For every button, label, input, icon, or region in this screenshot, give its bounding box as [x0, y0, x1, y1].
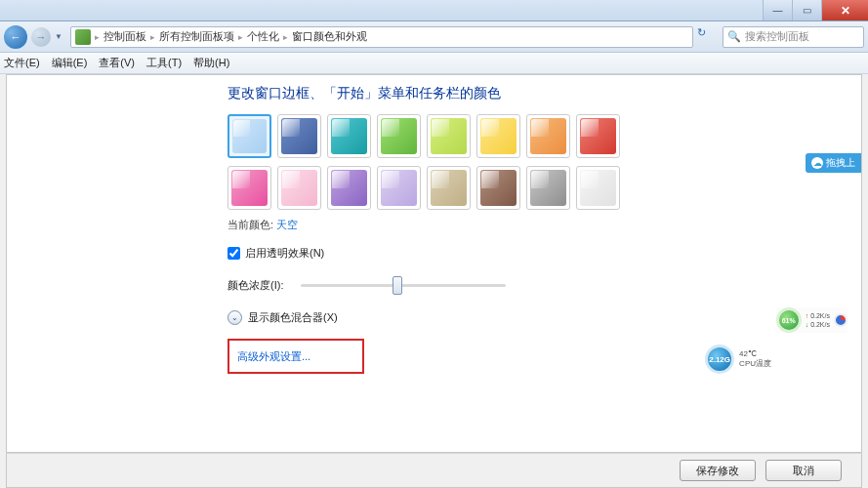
color-swatch-sea[interactable]: [327, 114, 371, 158]
color-swatch-row-1: [227, 114, 861, 158]
arrow-up-icon: ↑: [806, 312, 809, 319]
net-pie-icon: [834, 313, 847, 327]
arrow-down-icon: ↓: [806, 321, 809, 328]
menu-tools[interactable]: 工具(T): [146, 56, 182, 70]
current-color-label: 当前颜色: 天空: [227, 218, 861, 232]
intensity-row: 颜色浓度(I):: [227, 278, 861, 293]
color-swatch-taupe[interactable]: [427, 166, 471, 210]
network-speed-widget[interactable]: 61% ↑ 0.2K/s ↓ 0.2K/s: [776, 307, 847, 333]
breadcrumb-item[interactable]: 所有控制面板项: [159, 29, 234, 44]
search-icon: 🔍: [727, 30, 741, 43]
minimize-button[interactable]: —: [763, 0, 792, 20]
advanced-link-highlight: 高级外观设置...: [227, 339, 364, 374]
breadcrumb-item[interactable]: 控制面板: [103, 29, 146, 44]
advanced-appearance-link[interactable]: 高级外观设置...: [237, 349, 310, 364]
side-badge[interactable]: ☁ 拖拽上: [806, 153, 861, 173]
search-placeholder: 搜索控制面板: [745, 29, 809, 44]
breadcrumb-item[interactable]: 个性化: [247, 29, 279, 44]
breadcrumb[interactable]: ▸ 控制面板 ▸ 所有控制面板项 ▸ 个性化 ▸ 窗口颜色和外观: [70, 26, 693, 48]
color-swatch-fuchsia[interactable]: [227, 166, 271, 210]
color-swatch-lime[interactable]: [427, 114, 471, 158]
menu-help[interactable]: 帮助(H): [193, 56, 229, 70]
menu-edit[interactable]: 编辑(E): [52, 56, 88, 70]
color-swatch-blush[interactable]: [277, 166, 321, 210]
color-swatch-leaf[interactable]: [377, 114, 421, 158]
breadcrumb-item[interactable]: 窗口颜色和外观: [292, 29, 367, 44]
chevron-down-icon: ⌄: [227, 310, 242, 325]
button-bar: 保存修改 取消: [6, 453, 862, 488]
page-title: 更改窗口边框、「开始」菜单和任务栏的颜色: [227, 85, 861, 102]
current-color-value: 天空: [276, 219, 298, 230]
color-swatch-pumpkin[interactable]: [526, 114, 570, 158]
color-swatch-sun[interactable]: [476, 114, 520, 158]
net-gauge-icon: 61%: [776, 307, 802, 333]
color-swatch-chocolate[interactable]: [476, 166, 520, 210]
forward-button[interactable]: →: [31, 27, 51, 47]
color-mixer-toggle[interactable]: ⌄ 显示颜色混合器(X): [227, 310, 861, 325]
nav-history-dropdown[interactable]: ▼: [55, 32, 66, 41]
color-swatch-violet[interactable]: [327, 166, 371, 210]
back-button[interactable]: ←: [4, 25, 27, 49]
refresh-button[interactable]: ↻: [697, 26, 719, 48]
content-pane: 更改窗口边框、「开始」菜单和任务栏的颜色 当前颜色: 天空 启用透明效果(N) …: [6, 74, 862, 453]
transparency-checkbox-input[interactable]: [227, 247, 240, 260]
slider-thumb[interactable]: [393, 276, 402, 295]
save-button[interactable]: 保存修改: [680, 460, 756, 481]
menu-bar: 文件(E) 编辑(E) 查看(V) 工具(T) 帮助(H): [0, 53, 868, 74]
color-swatch-frost[interactable]: [576, 166, 620, 210]
address-bar: ← → ▼ ▸ 控制面板 ▸ 所有控制面板项 ▸ 个性化 ▸ 窗口颜色和外观 ↻…: [0, 21, 868, 53]
intensity-slider[interactable]: [301, 284, 506, 287]
chevron-down-icon: ▼: [55, 32, 62, 41]
search-input[interactable]: 🔍 搜索控制面板: [723, 26, 864, 48]
close-button[interactable]: ✕: [821, 0, 868, 20]
menu-file[interactable]: 文件(E): [4, 56, 40, 70]
color-swatch-lavender[interactable]: [377, 166, 421, 210]
transparency-checkbox[interactable]: 启用透明效果(N): [227, 246, 861, 261]
arrow-right-icon: →: [36, 31, 47, 43]
color-swatch-sky[interactable]: [227, 114, 271, 158]
color-swatch-twilight[interactable]: [277, 114, 321, 158]
menu-view[interactable]: 查看(V): [99, 56, 135, 70]
cpu-temp-widget[interactable]: 2.12G 42℃ CPU温度: [705, 345, 771, 374]
color-swatch-row-2: [227, 166, 861, 210]
color-swatch-slate[interactable]: [526, 166, 570, 210]
arrow-left-icon: ←: [11, 31, 21, 43]
maximize-button[interactable]: ▭: [792, 0, 821, 20]
refresh-icon: ↻: [697, 26, 706, 38]
cloud-icon: ☁: [811, 157, 823, 169]
cancel-button[interactable]: 取消: [765, 460, 842, 481]
cpu-gauge-icon: 2.12G: [705, 345, 734, 374]
window-titlebar: — ▭ ✕: [0, 0, 868, 21]
control-panel-icon: [75, 29, 91, 45]
color-swatch-ruby[interactable]: [576, 114, 620, 158]
intensity-label: 颜色浓度(I):: [227, 278, 283, 293]
